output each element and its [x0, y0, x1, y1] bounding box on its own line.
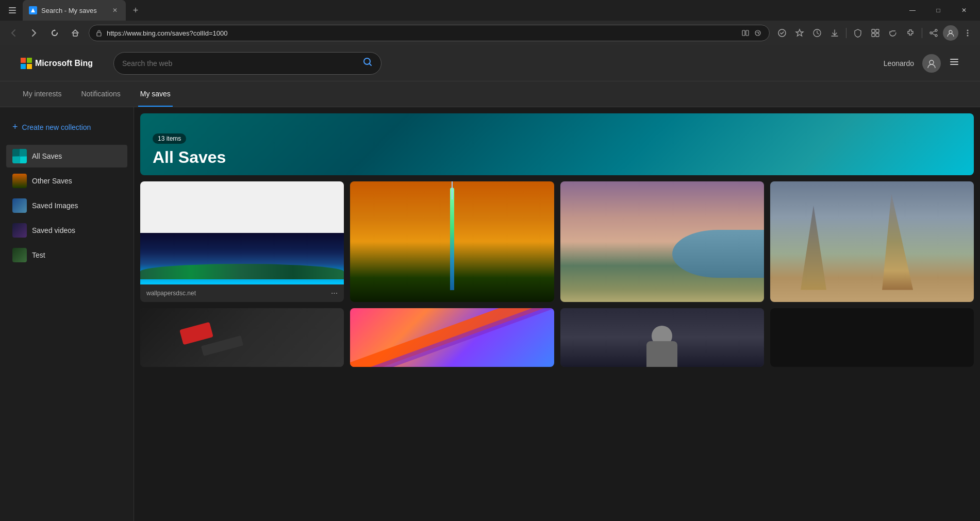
sidebar-item-test[interactable]: Test	[6, 244, 127, 266]
forward-button[interactable]	[25, 24, 43, 42]
address-icons	[740, 28, 763, 38]
new-tab-button[interactable]: +	[128, 3, 143, 18]
downloads-icon[interactable]	[826, 25, 843, 41]
save-card-1-image	[140, 181, 344, 284]
bing-logo: Microsoft Bing	[21, 58, 93, 69]
microsoft-logo	[21, 58, 32, 69]
refresh-button[interactable]	[45, 24, 64, 42]
sidebar-item-all-saves[interactable]: All Saves	[6, 145, 127, 167]
logo-sq-yellow	[27, 64, 32, 69]
svg-rect-11	[876, 29, 879, 32]
sidebar-item-other-saves[interactable]: Other Saves	[6, 170, 127, 192]
sidebar-item-saved-videos[interactable]: Saved videos	[6, 219, 127, 242]
toolbar-separator	[846, 28, 846, 38]
save-card-5[interactable]: ···	[140, 308, 344, 367]
sidebar-label-test: Test	[32, 251, 45, 259]
device-1	[179, 322, 213, 345]
active-tab[interactable]: Search - My saves ✕	[23, 0, 126, 21]
save-card-3[interactable]: wallpapers.org.es ···	[560, 181, 764, 302]
shield-icon[interactable]	[850, 25, 866, 41]
search-input[interactable]	[122, 59, 358, 68]
mountain-peak-1	[882, 193, 913, 290]
collection-title: All Saves	[153, 148, 961, 167]
save-card-5-image	[140, 308, 344, 367]
svg-rect-13	[876, 33, 879, 37]
svg-rect-6	[746, 30, 749, 36]
svg-rect-10	[872, 29, 875, 32]
save-card-8-image	[770, 308, 974, 367]
svg-rect-23	[950, 59, 958, 60]
title-bar: Search - My saves ✕ + — □ ✕	[0, 0, 980, 21]
browser-essentials-icon[interactable]	[867, 25, 884, 41]
save-card-2-image	[350, 181, 554, 302]
svg-point-7	[755, 30, 760, 36]
svg-rect-2	[9, 12, 16, 13]
home-button[interactable]	[66, 24, 85, 42]
minimize-button[interactable]: —	[901, 0, 924, 21]
save-card-2[interactable]: wallpapersdsc.net ···	[350, 181, 554, 302]
save-source-1: wallpapersdsc.net	[146, 290, 196, 297]
user-name-label: Leonardo	[884, 59, 914, 68]
save-card-8[interactable]: ···	[770, 308, 974, 367]
save-card-1[interactable]: wallpapersdsc.net ···	[140, 181, 344, 302]
create-collection-button[interactable]: + Create new collection	[6, 117, 127, 137]
sidebar-item-saved-images[interactable]: Saved Images	[6, 194, 127, 217]
saves-grid: wallpapersdsc.net ··· wallpapersdsc.net …	[134, 175, 980, 373]
save-card-6-image	[350, 308, 554, 367]
svg-point-17	[949, 30, 952, 33]
sidebar-toggle[interactable]	[4, 2, 21, 19]
tab-notifications[interactable]: Notifications	[79, 81, 122, 107]
img-top-white	[140, 181, 344, 233]
tab-my-saves[interactable]: My saves	[138, 81, 173, 107]
profile-icon[interactable]	[943, 25, 958, 41]
sidebar-label-other-saves: Other Saves	[32, 177, 72, 185]
url-text: https://www.bing.com/saves?collId=1000	[107, 29, 736, 37]
saved-videos-thumbnail	[12, 223, 27, 238]
search-submit-icon[interactable]	[362, 57, 373, 70]
edge-icon[interactable]	[885, 25, 901, 41]
window-controls: — □ ✕	[901, 0, 976, 21]
save-menu-1[interactable]: ···	[331, 289, 338, 298]
save-card-4[interactable]: backiee.com ···	[770, 181, 974, 302]
hamburger-menu[interactable]	[949, 57, 959, 70]
copilot-toolbar-icon[interactable]	[774, 25, 790, 41]
settings-menu-icon[interactable]	[959, 25, 976, 41]
tab-my-interests[interactable]: My interests	[21, 81, 63, 107]
svg-point-14	[935, 29, 937, 31]
bing-logo-text: Microsoft Bing	[35, 59, 93, 68]
bing-header: Microsoft Bing Leonardo	[0, 45, 980, 81]
history-icon[interactable]	[809, 25, 825, 41]
read-mode-icon[interactable]	[740, 28, 751, 38]
svg-point-22	[929, 60, 934, 64]
maximize-button[interactable]: □	[926, 0, 950, 21]
back-button[interactable]	[4, 24, 23, 42]
tower-shape	[450, 188, 454, 290]
user-avatar[interactable]	[922, 54, 941, 73]
share-icon[interactable]	[925, 25, 942, 41]
person-body	[646, 341, 677, 367]
logo-sq-green	[27, 58, 32, 63]
svg-point-18	[967, 30, 969, 31]
close-button[interactable]: ✕	[952, 0, 976, 21]
toolbar-separator-2	[922, 28, 922, 38]
svg-point-15	[930, 32, 932, 34]
copilot-icon[interactable]	[753, 28, 763, 38]
saved-images-thumbnail	[12, 198, 27, 213]
tower-top	[452, 181, 453, 199]
save-card-7-image	[560, 308, 764, 367]
save-card-7[interactable]: ···	[560, 308, 764, 367]
svg-rect-3	[73, 33, 77, 36]
other-saves-thumbnail	[12, 174, 27, 188]
extensions-icon[interactable]	[902, 25, 919, 41]
address-bar[interactable]: https://www.bing.com/saves?collId=1000	[89, 25, 770, 41]
save-card-6[interactable]: ···	[350, 308, 554, 367]
tab-close-button[interactable]: ✕	[110, 6, 120, 15]
tab-bar: Search - My saves ✕ +	[4, 0, 143, 21]
favorites-icon[interactable]	[791, 25, 808, 41]
save-card-4-image	[770, 181, 974, 302]
svg-point-21	[364, 58, 370, 64]
svg-rect-24	[950, 61, 958, 62]
search-box[interactable]	[113, 52, 381, 75]
toolbar-icons	[774, 25, 976, 41]
save-card-3-image	[560, 181, 764, 302]
